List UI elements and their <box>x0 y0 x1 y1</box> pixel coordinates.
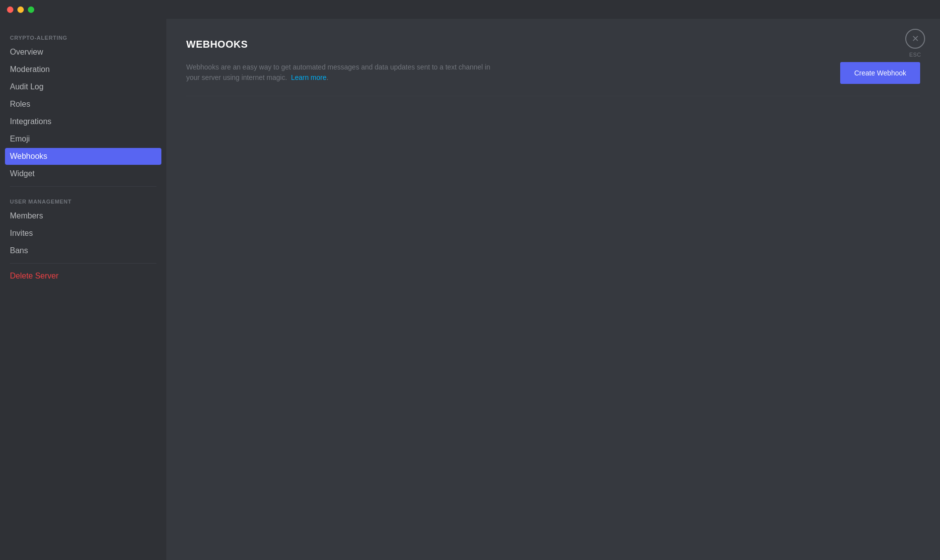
sidebar-item-integrations[interactable]: Integrations <box>5 113 161 130</box>
sidebar-item-label-webhooks: Webhooks <box>10 152 47 161</box>
sidebar-divider-1 <box>10 186 156 187</box>
sidebar-item-label-bans: Bans <box>10 246 28 255</box>
sidebar-item-bans[interactable]: Bans <box>5 242 161 259</box>
sidebar-item-label-emoji: Emoji <box>10 135 30 143</box>
sidebar-item-emoji[interactable]: Emoji <box>5 131 161 147</box>
page-title: WEBHOOKS <box>186 39 920 50</box>
sidebar-item-invites[interactable]: Invites <box>5 225 161 242</box>
create-webhook-button[interactable]: Create Webhook <box>840 62 920 84</box>
title-bar <box>0 0 940 19</box>
sidebar-item-label-roles: Roles <box>10 100 30 109</box>
close-icon: ✕ <box>912 33 919 44</box>
sidebar-item-webhooks[interactable]: Webhooks <box>5 148 161 165</box>
sidebar-item-members[interactable]: Members <box>5 208 161 224</box>
sidebar-item-label-widget: Widget <box>10 169 35 178</box>
sidebar-item-label-members: Members <box>10 211 43 220</box>
sidebar: CRYPTO-ALERTING Overview Moderation Audi… <box>0 19 166 560</box>
sidebar-item-label-integrations: Integrations <box>10 117 52 126</box>
sidebar-section-user-management: USER MANAGEMENT <box>5 191 161 208</box>
sidebar-item-delete-server[interactable]: Delete Server <box>5 268 161 284</box>
app-body: CRYPTO-ALERTING Overview Moderation Audi… <box>0 19 940 560</box>
description-row: Webhooks are an easy way to get automate… <box>186 62 920 84</box>
main-content: WEBHOOKS Webhooks are an easy way to get… <box>166 19 940 560</box>
sidebar-item-overview[interactable]: Overview <box>5 44 161 61</box>
sidebar-item-label-invites: Invites <box>10 229 33 238</box>
sidebar-item-label-audit-log: Audit Log <box>10 82 44 91</box>
sidebar-item-moderation[interactable]: Moderation <box>5 61 161 78</box>
esc-label: ESC <box>909 52 921 58</box>
sidebar-item-label-overview: Overview <box>10 48 43 57</box>
sidebar-item-roles[interactable]: Roles <box>5 96 161 113</box>
minimize-traffic-light[interactable] <box>17 6 24 13</box>
close-button-wrapper: ✕ ESC <box>905 29 925 58</box>
sidebar-item-label-moderation: Moderation <box>10 65 50 74</box>
learn-more-link[interactable]: Learn more <box>291 73 327 81</box>
sidebar-item-widget[interactable]: Widget <box>5 165 161 182</box>
sidebar-divider-2 <box>10 263 156 264</box>
sidebar-section-crypto-alerting: CRYPTO-ALERTING <box>5 27 161 44</box>
sidebar-item-label-delete-server: Delete Server <box>10 272 59 280</box>
maximize-traffic-light[interactable] <box>28 6 34 13</box>
close-traffic-light[interactable] <box>7 6 13 13</box>
description-text: Webhooks are an easy way to get automate… <box>186 62 504 83</box>
sidebar-item-audit-log[interactable]: Audit Log <box>5 78 161 95</box>
close-button[interactable]: ✕ <box>905 29 925 49</box>
content-divider <box>186 96 920 96</box>
